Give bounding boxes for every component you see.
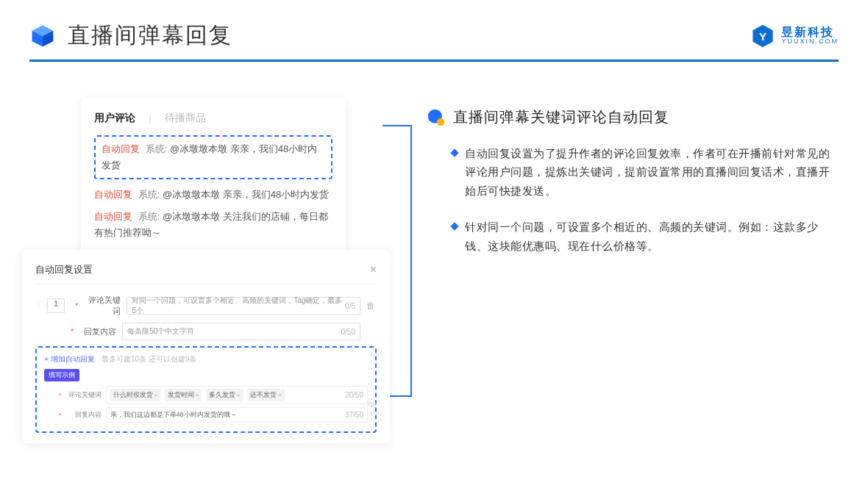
page-title: 直播间弹幕回复 (68, 21, 232, 51)
svg-text:Y: Y (759, 29, 766, 42)
example-keyword-input[interactable]: 什么时候发货× 发货时间× 多久发货× 还不发货× 20/50 (106, 386, 368, 404)
right-column: 直播间弹幕关键词评论自动回复 自动回复设置为了提升作者的评论回复效率，作者可在开… (427, 98, 839, 443)
header-left: 直播间弹幕回复 (29, 21, 232, 51)
placeholder-text: 每条限50个中文字符 (127, 326, 194, 337)
example-content-input[interactable]: 亲，我们这边都是下单48小时内发货的哦～ 37/50 (106, 407, 368, 423)
connector-line (383, 125, 412, 126)
left-column: 用户评论 | 待播商品 自动回复 系统: @冰墩墩本墩 亲亲，我们48小时内发货… (29, 98, 383, 443)
tab-pending-products[interactable]: 待播商品 (165, 112, 206, 125)
connector-line (410, 125, 412, 397)
cube-icon (29, 23, 56, 49)
section-title: 直播间弹幕关键词评论自动回复 (453, 107, 669, 127)
required-star: * (71, 327, 74, 336)
bullet-text: 针对同一个问题，可设置多个相近的、高频的关键词。例如：这款多少钱、这块能优惠吗、… (465, 218, 839, 256)
content-label: 回复内容 (79, 326, 116, 337)
keyword-counter: 0/5 (345, 302, 355, 310)
diamond-bullet-icon (450, 222, 458, 230)
add-hint: 最多可建10条 还可以创建9条 (102, 355, 196, 363)
system-label: 系统: (138, 189, 160, 200)
system-label: 系统: (138, 211, 160, 222)
highlighted-comment: 自动回复 系统: @冰墩墩本墩 亲亲，我们48小时内发货 (94, 135, 332, 179)
add-auto-reply-link[interactable]: + 增加自动回复 (44, 354, 95, 365)
trash-icon[interactable]: 🗑 (366, 301, 377, 311)
brand-hex-icon: Y (750, 24, 775, 49)
svg-point-6 (437, 118, 444, 125)
tag-chip[interactable]: 发货时间× (165, 389, 202, 401)
comment-text: @冰墩墩本墩 亲亲，我们48小时内发货 (163, 189, 329, 200)
outer-counter: /50 (367, 401, 377, 408)
brand-name: 昱新科技 (781, 26, 839, 39)
auto-reply-tag: 自动回复 (102, 143, 140, 154)
comments-card: 用户评论 | 待播商品 自动回复 系统: @冰墩墩本墩 亲亲，我们48小时内发货… (81, 98, 346, 257)
tab-user-comments[interactable]: 用户评论 (94, 112, 135, 125)
keyword-label: 评论关键词 (84, 295, 121, 317)
brand-logo: Y 昱新科技 YUUXIN.COM (750, 24, 839, 49)
example-content-row: * 回复内容 亲，我们这边都是下单48小时内发货的哦～ 37/50 (44, 407, 368, 423)
bullet-text: 自动回复设置为了提升作者的评论回复效率，作者可在开播前针对常见的评论用户问题，提… (465, 145, 839, 201)
brand-subtext: YUUXIN.COM (781, 38, 839, 46)
keyword-row: ⋮⋮ 1 * 评论关键词 对同一个问题，可设置多个相近、高频的关键词，Tag确定… (35, 295, 377, 317)
example-keyword-row: * 评论关键词 什么时候发货× 发货时间× 多久发货× 还不发货× 20/50 (44, 386, 368, 404)
index-input[interactable]: 1 (47, 298, 65, 313)
tag-chip[interactable]: 还不发货× (247, 389, 285, 401)
required-star: * (75, 301, 78, 310)
keyword-input[interactable]: 对同一个问题，可设置多个相近、高频的关键词，Tag确定，最多5个 0/5 (127, 297, 360, 315)
tag-chip[interactable]: 多久发货× (206, 389, 243, 401)
ex-content-counter: 37/50 (345, 411, 363, 419)
bullet-item: 自动回复设置为了提升作者的评论回复效率，作者可在开播前针对常见的评论用户问题，提… (427, 145, 839, 201)
drag-handle-icon[interactable]: ⋮⋮ (35, 302, 41, 310)
content-input[interactable]: 每条限50个中文字符 0/50 (122, 323, 360, 340)
example-badge: 填写示例 (44, 369, 79, 381)
close-icon[interactable]: × (370, 263, 377, 276)
ex-keyword-label: 评论关键词 (66, 390, 102, 400)
ex-content-text: 亲，我们这边都是下单48小时内发货的哦～ (110, 410, 237, 420)
content-row: * 回复内容 每条限50个中文字符 0/50 (35, 323, 377, 340)
section-header: 直播间弹幕关键词评论自动回复 (427, 107, 839, 127)
page-header: 直播间弹幕回复 Y 昱新科技 YUUXIN.COM (0, 0, 868, 60)
comment-line: 自动回复 系统: @冰墩墩本墩 亲亲，我们48小时内发货 (94, 187, 332, 203)
auto-reply-tag: 自动回复 (94, 211, 132, 222)
ex-content-label: 回复内容 (66, 410, 102, 420)
settings-title: 自动回复设置 (35, 263, 93, 276)
comment-line: 自动回复 系统: @冰墩墩本墩 关注我们的店铺，每日都有热门推荐呦～ (94, 209, 332, 241)
tag-chip[interactable]: 什么时候发货× (110, 389, 161, 401)
example-section: + 增加自动回复 最多可建10条 还可以创建9条 填写示例 * 评论关键词 什么… (35, 346, 377, 433)
settings-card: 自动回复设置 × ⋮⋮ 1 * 评论关键词 对同一个问题，可设置多个相近、高频的… (22, 250, 390, 443)
tab-separator: | (149, 112, 152, 124)
chat-bubble-icon (427, 108, 446, 127)
placeholder-text: 对同一个问题，可设置多个相近、高频的关键词，Tag确定，最多5个 (132, 295, 345, 316)
bullet-item: 针对同一个问题，可设置多个相近的、高频的关键词。例如：这款多少钱、这块能优惠吗、… (427, 218, 839, 256)
auto-reply-tag: 自动回复 (94, 189, 132, 200)
ex-keyword-counter: 20/50 (345, 391, 363, 399)
content-counter: 0/50 (341, 328, 355, 336)
system-label: 系统: (146, 143, 168, 154)
diamond-bullet-icon (450, 148, 458, 157)
